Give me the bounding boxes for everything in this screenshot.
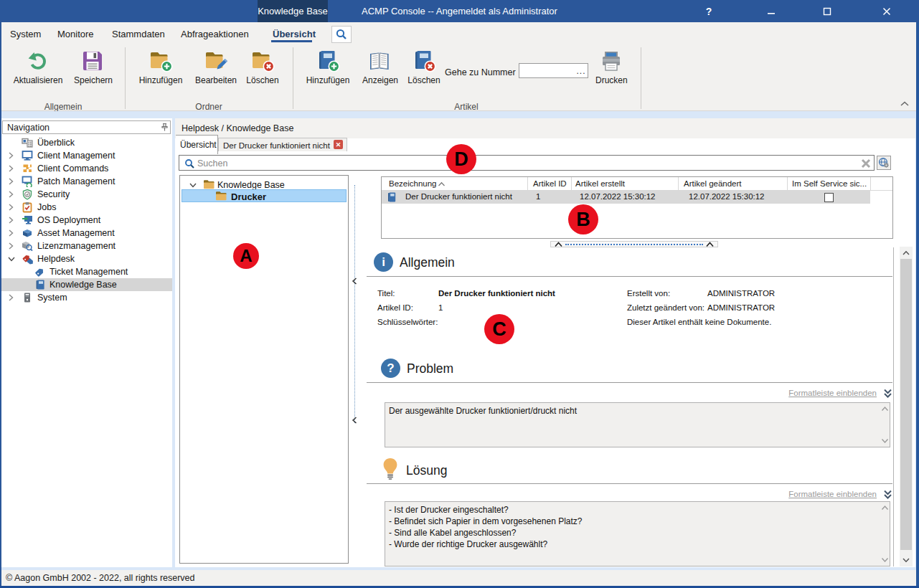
collapse-ribbon-button[interactable] [900,100,910,108]
scroll-up-icon[interactable] [902,250,910,256]
search-scope-button[interactable] [877,156,891,170]
double-chevron-down-icon[interactable] [882,489,893,500]
menu-item-monitore[interactable]: Monitore [57,29,94,39]
window-border [916,22,919,588]
folder-delete-button[interactable]: Löschen [245,49,280,85]
folder-delete-icon [245,49,280,72]
vertical-scrollbar[interactable] [900,247,913,566]
menu-search-button[interactable] [331,26,352,43]
chevron-left-icon[interactable] [352,417,357,424]
scroll-up-icon[interactable] [881,406,889,412]
loesung-textarea[interactable]: - Ist der Drucker eingeschaltet? - Befin… [385,501,890,566]
expander-icon[interactable] [8,152,14,159]
tree-item-drucker[interactable]: Drucker [231,191,266,202]
chevron-up-icon [554,242,563,247]
maximize-button[interactable] [811,0,844,22]
expander-icon[interactable] [8,229,14,237]
column-divider[interactable] [678,177,679,190]
sidebar-item-asset-management[interactable]: Asset Management [1,227,172,240]
expander-icon[interactable] [8,204,14,211]
format-toolbar-link[interactable]: Formatleiste einblenden [788,389,877,397]
sidebar-item-jobs[interactable]: Jobs [1,201,172,214]
expander-icon[interactable] [8,242,14,250]
sidebar-item-patch-management[interactable]: Patch Management [1,175,172,188]
pin-icon[interactable] [160,123,169,132]
tab-uebersicht[interactable]: Übersicht [176,135,218,154]
minimize-button[interactable] [755,0,788,22]
article-add-button[interactable]: Hinzufügen [305,49,351,85]
folder-add-button[interactable]: Hinzufügen [138,49,184,85]
sidebar-item-knowledge-base[interactable]: Knowledge Base [1,278,172,291]
table-row[interactable]: Der Drucker funktioniert nicht 1 12.07.2… [382,191,870,204]
problem-textarea[interactable]: Der ausgewählte Drucker funktioniert/dru… [385,402,890,447]
close-button[interactable] [870,0,903,22]
sidebar-item-label: Knowledge Base [50,280,117,290]
refresh-button[interactable]: Aktualisieren [11,49,65,85]
sidebar-item-ueberblick[interactable]: Überblick [1,136,172,149]
expander-icon[interactable] [8,191,14,198]
scroll-down-icon[interactable] [881,438,889,444]
expander-icon[interactable] [8,178,14,185]
format-toolbar-link[interactable]: Formatleiste einblenden [788,490,877,498]
column-divider[interactable] [527,177,528,190]
article-delete-button[interactable]: Löschen [407,49,441,85]
field-label-titel: Titel: [377,289,395,298]
column-header-artikel-erstellt[interactable]: Artikel erstellt [575,179,625,188]
copyright-text: © Aagon GmbH 2002 - 2022, all rights res… [6,573,195,583]
collapse-icon[interactable] [189,182,197,188]
scroll-up-icon[interactable] [881,505,889,511]
column-header-self-service[interactable]: Im Self Service sic... [792,179,867,188]
sidebar-item-system[interactable]: System [1,291,172,304]
double-chevron-down-icon[interactable] [882,388,893,399]
menu-item-stammdaten[interactable]: Stammdaten [112,29,165,39]
column-divider[interactable] [787,177,788,190]
clear-search-icon[interactable] [861,158,871,169]
print-button[interactable]: Drucken [595,49,627,85]
tree-item-knowledge-base[interactable]: Knowledge Base [217,180,285,190]
goto-more-button[interactable]: ... [574,63,588,78]
ribbon-separator [293,47,293,109]
expander-icon[interactable] [8,294,14,301]
menu-item-uebersicht[interactable]: Übersicht [273,29,316,39]
chevron-left-icon[interactable] [352,278,357,285]
column-header-bezeichnung[interactable]: Bezeichnung [389,179,437,188]
search-input[interactable]: Suchen [179,155,875,171]
expander-icon[interactable] [8,217,14,224]
scroll-down-icon[interactable] [881,557,889,563]
help-button[interactable]: ? [692,0,725,22]
menu-item-system[interactable]: System [10,29,41,39]
menu-item-abfrageaktionen[interactable]: Abfrageaktionen [181,29,249,39]
self-service-checkbox[interactable] [824,193,834,202]
sidebar-item-client-management[interactable]: Client Management [1,149,172,162]
sidebar-item-ticket-management[interactable]: Ticket Management [1,265,172,278]
field-label-schluesselwoerter: Schlüsselwörter: [377,318,438,326]
save-button[interactable]: Speichern [74,49,111,85]
field-value-titel: Der Drucker funktioniert nicht [438,289,555,298]
sidebar-item-security[interactable]: Security [1,188,172,201]
article-view-button[interactable]: Anzeigen [362,49,397,85]
scrollbar-thumb[interactable] [900,259,912,550]
sidebar-item-os-deployment[interactable]: OS Deployment [1,214,172,227]
tab-close-icon[interactable]: ✕ [334,140,343,149]
folder-edit-button[interactable]: Bearbeiten [195,49,237,85]
column-divider[interactable] [571,177,572,190]
tab-article[interactable]: Der Drucker funktioniert nicht ✕ [218,138,347,151]
field-value-geaendert-von: ADMINISTRATOR [707,303,775,312]
field-label-artikel-id: Artikel ID: [377,303,413,312]
sidebar-item-label: Client Commands [37,163,108,174]
article-delete-icon [407,49,441,72]
sidebar-item-lizenzmanagement[interactable]: Lizenzmanagement [1,240,172,252]
scroll-down-icon[interactable] [902,557,910,563]
sidebar-item-helpdesk[interactable]: Helpdesk [1,252,172,265]
expander-icon[interactable] [8,165,14,172]
horizontal-splitter[interactable] [550,241,718,247]
lizenzmanagement-icon [22,240,33,252]
collapse-icon[interactable] [8,256,15,262]
folder-delete-label: Löschen [245,75,280,85]
vertical-splitter[interactable] [354,185,355,423]
sidebar-item-client-commands[interactable]: Client Commands [1,162,172,175]
column-header-artikel-geaendert[interactable]: Artikel geändert [684,179,742,188]
column-header-artikel-id[interactable]: Artikel ID [533,179,567,188]
documents-hint: Dieser Artikel enthält keine Dokumente. [627,318,771,326]
column-divider[interactable] [870,177,871,190]
